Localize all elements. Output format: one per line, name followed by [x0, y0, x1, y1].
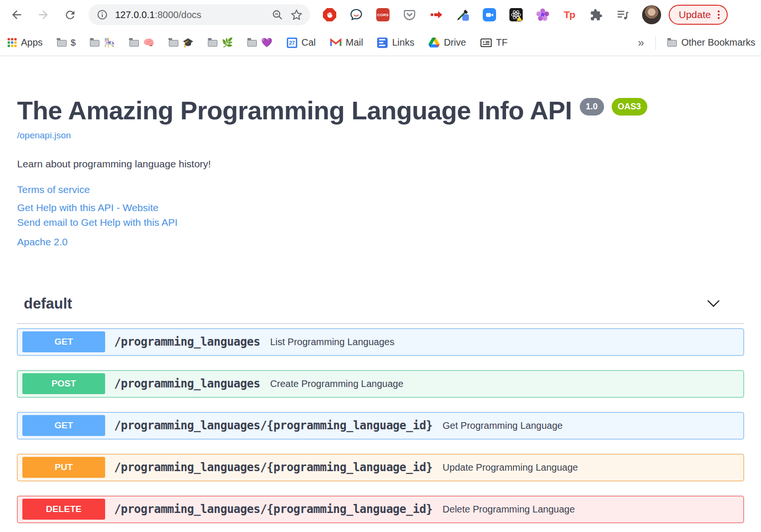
other-bookmarks[interactable]: Other Bookmarks	[667, 37, 755, 48]
endpoint-summary: Update Programming Language	[443, 462, 578, 473]
bookmark-folder-carousel[interactable]: 🎠	[90, 37, 115, 48]
react-devtools-icon[interactable]	[509, 8, 523, 22]
folder-icon	[247, 40, 257, 47]
endpoint-row-delete[interactable]: DELETE /programming_languages/{programmi…	[17, 496, 744, 523]
reload-icon	[64, 9, 77, 21]
folder-icon	[208, 40, 217, 47]
update-label: Update	[679, 9, 711, 20]
license-link[interactable]: Apache 2.0	[17, 236, 68, 248]
folder-icon	[667, 40, 677, 47]
chat-bubble-icon[interactable]	[349, 8, 363, 22]
pocket-icon[interactable]	[402, 8, 417, 22]
bookmarks-overflow-chevron[interactable]: »	[638, 36, 644, 49]
method-badge: POST	[22, 373, 105, 394]
endpoint-path: /programming_languages/{programming_lang…	[114, 419, 433, 432]
endpoint-path: /programming_languages/{programming_lang…	[114, 461, 433, 474]
openapi-spec-link[interactable]: /openapi.json	[17, 130, 71, 141]
links-doc-icon	[377, 38, 388, 48]
endpoint-row-get-list[interactable]: GET /programming_languages List Programm…	[17, 329, 744, 356]
bookmark-tf[interactable]: TF	[480, 37, 507, 48]
page-title: The Amazing Programming Language Info AP…	[17, 97, 572, 124]
apps-grid-icon	[8, 38, 17, 47]
endpoint-path: /programming_languages	[114, 335, 260, 348]
folder-icon	[57, 40, 67, 47]
browser-menu-kebab-icon[interactable]	[718, 10, 720, 19]
folder-icon	[129, 40, 139, 47]
google-calendar-icon: 27	[287, 38, 297, 48]
red-arrow-extension-icon[interactable]	[429, 8, 443, 22]
forward-arrow-icon	[37, 8, 50, 21]
pinwheel-extension-icon[interactable]	[536, 8, 550, 22]
bookmark-apps[interactable]: Apps	[8, 37, 43, 48]
section-header-default[interactable]: default	[17, 295, 744, 324]
api-title-row: The Amazing Programming Language Info AP…	[17, 97, 744, 124]
endpoint-list: GET /programming_languages List Programm…	[17, 329, 744, 523]
gmail-icon	[330, 38, 341, 47]
help-website-link[interactable]: Get Help with this API - Website	[17, 202, 158, 213]
bookmark-folder-dollar[interactable]: $	[57, 38, 76, 48]
bookmarks-bar: Apps $ 🎠 🧠 🎓 🌿 💜 27 Cal Mail Link	[0, 29, 761, 56]
bookmark-star-icon[interactable]	[290, 9, 302, 21]
extensions-puzzle-icon[interactable]	[589, 8, 603, 22]
endpoint-summary: List Programming Languages	[270, 337, 394, 348]
endpoint-row-put-update[interactable]: PUT /programming_languages/{programming_…	[17, 454, 744, 481]
media-playlist-icon[interactable]	[615, 8, 630, 22]
endpoint-row-post-create[interactable]: POST /programming_languages Create Progr…	[17, 370, 744, 397]
method-badge: DELETE	[22, 499, 105, 520]
browser-toolbar: 127.0.0.1:8000/docs CORS	[0, 0, 761, 29]
help-email-link[interactable]: Send email to Get Help with this API	[17, 217, 177, 228]
chevron-down-icon[interactable]	[707, 300, 720, 308]
terms-of-service-link[interactable]: Terms of service	[17, 184, 90, 195]
url-text: 127.0.0.1:8000/docs	[115, 10, 271, 20]
update-button[interactable]: Update	[669, 5, 728, 25]
back-arrow-icon	[10, 8, 23, 21]
folder-icon	[90, 40, 99, 47]
endpoint-path: /programming_languages/{programming_lang…	[114, 503, 433, 516]
endpoint-summary: Get Programming Language	[443, 420, 563, 431]
profile-avatar[interactable]	[642, 5, 661, 24]
adblock-icon[interactable]	[322, 8, 337, 22]
endpoint-summary: Delete Programming Language	[443, 504, 575, 515]
method-badge: GET	[22, 331, 105, 352]
cors-extension-icon[interactable]: CORS	[376, 8, 390, 22]
zoom-video-icon[interactable]	[482, 8, 497, 22]
reload-button[interactable]	[62, 7, 78, 23]
oas3-badge: OAS3	[612, 98, 647, 116]
forward-button[interactable]	[35, 7, 51, 23]
bookmark-mail[interactable]: Mail	[330, 37, 363, 48]
endpoint-summary: Create Programming Language	[270, 378, 403, 389]
endpoint-row-get-one[interactable]: GET /programming_languages/{programming_…	[17, 412, 744, 439]
back-button[interactable]	[9, 7, 25, 23]
endpoint-path: /programming_languages	[114, 377, 260, 390]
warning-triangle-icon	[517, 16, 522, 21]
extensions-row: CORS Tp	[322, 8, 630, 22]
version-badge: 1.0	[580, 98, 604, 116]
bookmarks-separator	[655, 36, 656, 50]
bookmark-folder-graduation[interactable]: 🎓	[169, 37, 194, 48]
swagger-page: The Amazing Programming Language Info AP…	[0, 97, 761, 523]
bookmark-drive[interactable]: Drive	[429, 37, 466, 48]
bookmark-folder-brain[interactable]: 🧠	[129, 37, 155, 48]
bookmark-links[interactable]: Links	[377, 37, 414, 48]
color-picker-icon[interactable]	[456, 8, 470, 22]
method-badge: PUT	[22, 457, 105, 478]
method-badge: GET	[22, 415, 105, 436]
address-bar[interactable]: 127.0.0.1:8000/docs	[88, 4, 310, 25]
api-description: Learn about programming language history…	[17, 158, 744, 170]
google-drive-icon	[429, 38, 439, 48]
bookmark-folder-herb[interactable]: 🌿	[208, 37, 233, 48]
bookmark-calendar[interactable]: 27 Cal	[287, 37, 316, 48]
zoom-out-icon[interactable]	[271, 9, 283, 21]
tf-card-icon	[480, 38, 492, 48]
section-title: default	[24, 295, 72, 312]
bookmark-folder-heart[interactable]: 💜	[247, 37, 273, 48]
page-info-icon[interactable]	[96, 9, 108, 21]
folder-icon	[169, 40, 178, 47]
tp-extension-icon[interactable]: Tp	[562, 8, 576, 22]
